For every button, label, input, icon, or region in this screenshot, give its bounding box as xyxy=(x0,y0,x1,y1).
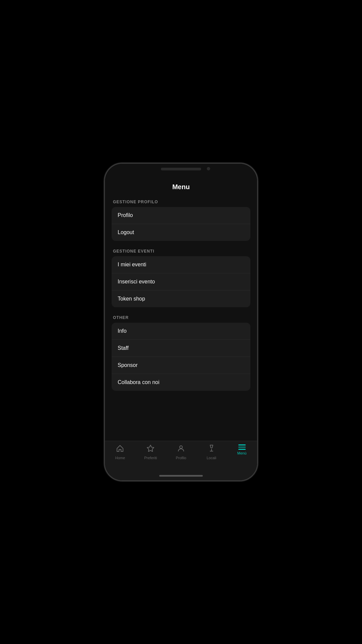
star-icon xyxy=(146,444,155,454)
tab-preferiti-label: Preferiti xyxy=(144,456,157,460)
tab-locali-label: Locali xyxy=(206,456,216,460)
section-label-gestione-eventi: GESTIONE EVENTI xyxy=(112,249,250,254)
home-icon xyxy=(116,444,124,454)
menu-item-logout[interactable]: Logout xyxy=(112,224,250,241)
menu-icon xyxy=(238,444,246,450)
menu-group-gestione-eventi: I miei eventi Inserisci evento Token sho… xyxy=(112,256,250,307)
tab-preferiti[interactable]: Preferiti xyxy=(135,444,166,460)
section-label-other: OTHER xyxy=(112,315,250,320)
tab-home[interactable]: Home xyxy=(105,444,135,460)
person-icon xyxy=(177,444,185,454)
menu-item-staff[interactable]: Staff xyxy=(112,340,250,357)
menu-item-sponsor[interactable]: Sponsor xyxy=(112,357,250,374)
status-bar xyxy=(105,164,257,180)
home-bar xyxy=(105,471,257,480)
tab-home-label: Home xyxy=(115,456,125,460)
tab-menu[interactable]: Menù xyxy=(227,444,257,455)
tab-profilo[interactable]: Profilo xyxy=(166,444,196,460)
svg-point-0 xyxy=(180,446,182,448)
menu-item-i-miei-eventi[interactable]: I miei eventi xyxy=(112,256,250,273)
menu-item-profilo[interactable]: Profilo xyxy=(112,207,250,224)
menu-item-token-shop[interactable]: Token shop xyxy=(112,290,250,307)
menu-item-info[interactable]: Info xyxy=(112,323,250,340)
tab-menu-label: Menù xyxy=(237,451,247,455)
tab-bar: Home Preferiti Profil xyxy=(105,441,257,471)
camera-dot xyxy=(207,167,210,170)
wine-icon xyxy=(207,444,216,454)
menu-group-other: Info Staff Sponsor Collabora con noi xyxy=(112,323,250,391)
home-indicator xyxy=(159,475,203,477)
menu-item-inserisci-evento[interactable]: Inserisci evento xyxy=(112,273,250,290)
page-title: Menu xyxy=(112,183,250,191)
notch-pill xyxy=(161,168,201,170)
section-label-gestione-profilo: GESTIONE PROFILO xyxy=(112,200,250,204)
menu-group-gestione-profilo: Profilo Logout xyxy=(112,207,250,241)
page-title-bar: Menu xyxy=(105,180,257,196)
screen: Menu GESTIONE PROFILO Profilo Logout GES… xyxy=(105,164,257,480)
menu-item-collabora-con-noi[interactable]: Collabora con noi xyxy=(112,374,250,391)
content-area: GESTIONE PROFILO Profilo Logout GESTIONE… xyxy=(105,196,257,441)
tab-locali[interactable]: Locali xyxy=(196,444,227,460)
tab-profilo-label: Profilo xyxy=(176,456,186,460)
phone-frame: Menu GESTIONE PROFILO Profilo Logout GES… xyxy=(104,163,258,481)
